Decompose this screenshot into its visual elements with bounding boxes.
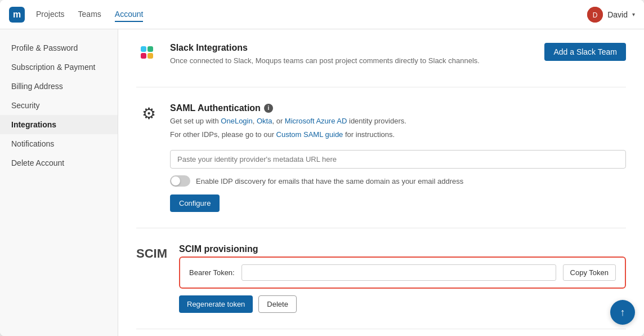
nav-item-projects[interactable]: Projects: [36, 7, 65, 22]
sidebar-item-security[interactable]: Security: [0, 96, 118, 115]
bearer-token-label: Bearer Token:: [189, 268, 235, 277]
svg-rect-5: [147, 53, 153, 59]
slack-section-header: Slack Integrations Once connected to Sla…: [136, 43, 626, 67]
sidebar-item-delete-account[interactable]: Delete Account: [0, 153, 118, 173]
slack-description: Once connected to Slack, Moqups teams ca…: [170, 55, 480, 67]
delete-token-button[interactable]: Delete: [258, 295, 297, 313]
content-wrapper: Slack Integrations Once connected to Sla…: [118, 29, 644, 336]
main-layout: Profile & Password Subscription & Paymen…: [0, 29, 644, 336]
saml-description-line1: Get set up with OneLogin, Okta, or Micro…: [170, 116, 626, 127]
gear-icon: ⚙: [136, 104, 161, 123]
slack-section: Slack Integrations Once connected to Sla…: [136, 43, 626, 87]
avatar: D: [587, 7, 603, 23]
svg-rect-4: [141, 53, 146, 59]
slack-icon-title: Slack Integrations Once connected to Sla…: [136, 43, 480, 67]
svg-rect-2: [141, 46, 146, 52]
copy-token-button[interactable]: Copy Token: [563, 264, 616, 281]
custom-saml-link[interactable]: Custom SAML guide: [276, 130, 343, 139]
bearer-token-input[interactable]: [242, 264, 556, 281]
scim-icon-title: SCIM SCIM provisioning Bearer Token: Cop…: [136, 244, 626, 313]
scim-section: SCIM SCIM provisioning Bearer Token: Cop…: [136, 244, 626, 329]
regenerate-token-button[interactable]: Regenerate token: [179, 295, 253, 313]
chevron-down-icon: ▾: [632, 11, 635, 17]
azure-link[interactable]: Microsoft Azure AD: [285, 117, 347, 125]
nav-item-teams[interactable]: Teams: [78, 7, 101, 22]
top-nav: m Projects Teams Account D David ▾: [0, 0, 644, 29]
up-arrow-icon: ↑: [620, 307, 625, 319]
idp-discovery-toggle-row: Enable IDP discovery for emails that hav…: [170, 175, 626, 187]
user-name-label: David: [607, 10, 628, 19]
sidebar: Profile & Password Subscription & Paymen…: [0, 29, 118, 336]
add-slack-team-button[interactable]: Add a Slack Team: [544, 43, 626, 61]
info-icon: i: [264, 104, 273, 113]
nav-items: Projects Teams Account: [36, 7, 587, 22]
sidebar-item-notifications[interactable]: Notifications: [0, 134, 118, 153]
sidebar-item-integrations[interactable]: Integrations: [0, 115, 118, 134]
svg-rect-3: [147, 46, 153, 52]
saml-description-line2: For other IDPs, please go to our Custom …: [170, 129, 626, 141]
idp-discovery-toggle[interactable]: [170, 175, 190, 187]
onelogin-link[interactable]: OneLogin: [221, 117, 252, 125]
sidebar-item-profile-password[interactable]: Profile & Password: [0, 38, 118, 58]
sidebar-item-billing[interactable]: Billing Address: [0, 77, 118, 96]
okta-link[interactable]: Okta: [257, 117, 272, 125]
user-menu[interactable]: D David ▾: [587, 7, 635, 23]
sidebar-item-subscription[interactable]: Subscription & Payment: [0, 58, 118, 77]
idp-discovery-label: Enable IDP discovery for emails that hav…: [196, 177, 463, 185]
saml-title: SAML Authentication i: [170, 103, 626, 113]
svg-text:D: D: [593, 11, 598, 19]
saml-section: ⚙ SAML Authentication i Get set up with …: [136, 103, 626, 229]
saml-metadata-url-input[interactable]: [170, 150, 626, 169]
main-content: Slack Integrations Once connected to Sla…: [118, 29, 644, 336]
configure-button[interactable]: Configure: [170, 194, 220, 212]
saml-content: SAML Authentication i Get set up with On…: [170, 103, 626, 213]
scim-icon-label: SCIM: [136, 244, 170, 261]
slack-text-content: Slack Integrations Once connected to Sla…: [170, 43, 480, 67]
nav-item-account[interactable]: Account: [115, 7, 144, 22]
logo[interactable]: m: [9, 7, 25, 23]
scim-token-box: Bearer Token: Copy Token: [179, 257, 626, 289]
scim-title: SCIM provisioning: [179, 244, 626, 254]
slack-icon: [136, 44, 161, 64]
slack-title: Slack Integrations: [170, 43, 480, 53]
scim-content: SCIM provisioning Bearer Token: Copy Tok…: [179, 244, 626, 313]
scim-action-buttons: Regenerate token Delete: [179, 295, 626, 313]
saml-icon-title: ⚙ SAML Authentication i Get set up with …: [136, 103, 626, 213]
scroll-to-top-button[interactable]: ↑: [610, 300, 635, 325]
toggle-knob: [171, 176, 180, 185]
